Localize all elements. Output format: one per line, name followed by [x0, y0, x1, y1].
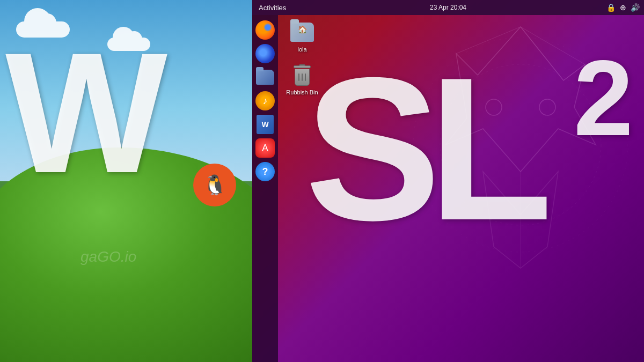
dock-item-firefox[interactable]: [254, 19, 276, 41]
home-folder-label: lola: [297, 46, 306, 53]
trash-body: [295, 69, 310, 86]
activities-button[interactable]: Activities: [257, 4, 288, 12]
files-icon: [256, 70, 274, 85]
trash-visual: [292, 64, 312, 86]
thunderbird-icon: [255, 44, 275, 63]
desktop-area: lola Rubbish Bin: [278, 15, 644, 362]
dock-item-thunderbird[interactable]: [254, 43, 276, 64]
help-icon: ?: [255, 162, 275, 181]
trash-lines: [297, 72, 307, 82]
cloud-2: [107, 38, 150, 51]
home-folder-icon: [290, 20, 314, 44]
dock-item-rhythmbox[interactable]: [254, 90, 276, 112]
dock-item-writer[interactable]: [254, 114, 276, 135]
ubuntu-logo-left: 🐧: [193, 164, 236, 206]
topbar-system-icons: 🔒 ⊕ 🔊: [606, 3, 640, 12]
dock: A ?: [252, 15, 278, 362]
dock-item-help[interactable]: ?: [254, 161, 276, 182]
trash-line-3: [305, 73, 306, 81]
dock-item-files[interactable]: [254, 67, 276, 88]
cloud-1: [16, 21, 70, 38]
trash-lid: [294, 65, 311, 68]
trash-line-1: [298, 73, 299, 81]
desktop-icon-trash[interactable]: Rubbish Bin: [283, 63, 321, 96]
topbar-datetime: 23 Apr 20:04: [430, 4, 466, 11]
desktop-icon-home[interactable]: lola: [283, 20, 321, 53]
network-icon[interactable]: 🔒: [606, 3, 616, 12]
home-folder-visual: [290, 23, 314, 42]
writer-icon: [257, 115, 274, 134]
trash-label: Rubbish Bin: [286, 89, 318, 96]
dock-item-appstore[interactable]: A: [254, 137, 276, 159]
volume-icon[interactable]: 🔊: [631, 3, 640, 12]
topbar: Activities 23 Apr 20:04 🔒 ⊕ 🔊: [252, 0, 644, 15]
bluetooth-icon[interactable]: ⊕: [620, 3, 626, 12]
firefox-icon: [255, 20, 275, 40]
trash-line-2: [302, 73, 303, 81]
ubuntu-circle: 🐧: [193, 164, 236, 206]
trash-icon: [290, 63, 314, 87]
rhythmbox-icon: [255, 91, 275, 110]
appstore-icon: A: [255, 138, 275, 158]
ubuntu-circle-icon: 🐧: [203, 174, 227, 196]
